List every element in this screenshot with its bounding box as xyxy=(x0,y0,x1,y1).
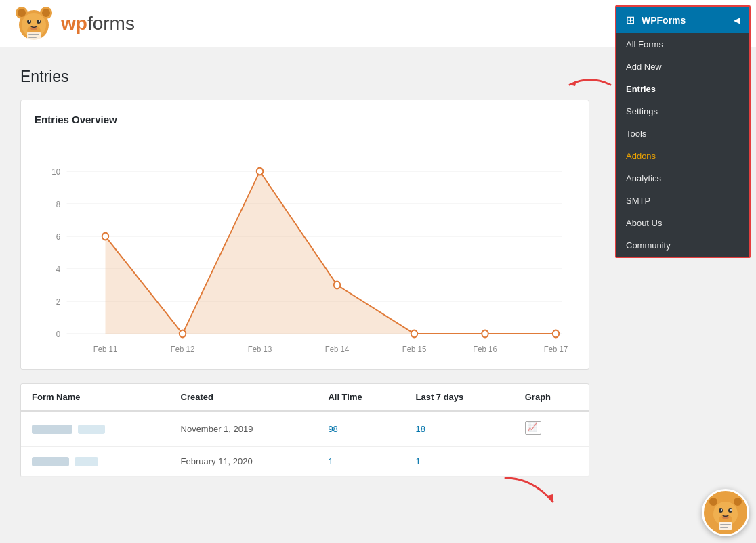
chart-container: 0 2 4 6 8 10 xyxy=(35,139,575,355)
col-form-name: Form Name xyxy=(21,384,170,411)
svg-marker-27 xyxy=(106,171,556,334)
row-0-all-time[interactable]: 98 xyxy=(317,411,404,447)
svg-marker-43 xyxy=(547,494,553,502)
bear-avatar[interactable] xyxy=(702,489,749,536)
sidebar-item-about-us[interactable]: About Us xyxy=(616,212,749,234)
svg-point-29 xyxy=(180,330,186,338)
svg-text:Feb 11: Feb 11 xyxy=(93,344,118,354)
svg-text:0: 0 xyxy=(56,330,61,340)
svg-point-7 xyxy=(27,20,31,24)
logo-bear-icon xyxy=(14,3,54,44)
table-row: November 1, 20199818 xyxy=(21,411,589,447)
row-1-all-time[interactable]: 1 xyxy=(317,447,404,477)
svg-point-33 xyxy=(482,330,488,338)
svg-point-51 xyxy=(719,508,723,513)
svg-point-54 xyxy=(730,509,732,511)
svg-point-10 xyxy=(39,20,40,22)
svg-point-34 xyxy=(553,330,560,338)
svg-point-48 xyxy=(734,498,742,506)
svg-point-9 xyxy=(29,20,30,22)
logo-text: wpforms xyxy=(61,13,135,35)
sidebar-item-settings[interactable]: Settings xyxy=(616,100,749,123)
page-title: Entries xyxy=(20,68,589,86)
logo: wpforms xyxy=(14,3,135,44)
svg-text:Feb 14: Feb 14 xyxy=(325,344,350,354)
row-0-last-7-days[interactable]: 18 xyxy=(405,411,514,447)
sidebar-item-analytics[interactable]: Analytics xyxy=(616,167,749,190)
svg-rect-13 xyxy=(28,34,39,35)
svg-point-32 xyxy=(411,330,418,338)
table-header-row: Form Name Created All Time Last 7 days G… xyxy=(21,384,589,411)
svg-point-30 xyxy=(257,168,264,175)
table-row: February 11, 202011 xyxy=(21,447,589,477)
svg-point-8 xyxy=(37,20,41,24)
svg-point-52 xyxy=(728,508,732,513)
svg-point-28 xyxy=(102,233,109,240)
row-1-created: February 11, 2020 xyxy=(170,447,318,477)
svg-text:10: 10 xyxy=(51,167,60,177)
svg-point-47 xyxy=(709,498,717,506)
svg-rect-58 xyxy=(720,527,728,528)
col-graph: Graph xyxy=(514,384,589,411)
sidebar-item-smtp[interactable]: SMTP xyxy=(616,190,749,212)
sidebar-item-addons[interactable]: Addons xyxy=(616,145,749,167)
row-0-created: November 1, 2019 xyxy=(170,411,318,447)
col-created: Created xyxy=(170,384,318,411)
sidebar-item-community[interactable]: Community xyxy=(616,234,749,257)
svg-text:Feb 13: Feb 13 xyxy=(248,344,272,354)
col-all-time: All Time xyxy=(317,384,404,411)
sidebar-header-label: WPForms xyxy=(642,15,727,26)
sidebar-item-tools[interactable]: Tools xyxy=(616,123,749,145)
svg-text:Feb 12: Feb 12 xyxy=(171,344,195,354)
sidebar-item-all-forms[interactable]: All Forms xyxy=(616,33,749,56)
svg-point-3 xyxy=(18,9,26,17)
svg-text:4: 4 xyxy=(56,265,61,275)
svg-text:Feb 15: Feb 15 xyxy=(402,344,427,354)
row-0-form-name xyxy=(21,411,170,447)
col-last-7-days: Last 7 days xyxy=(405,384,514,411)
entries-table-card: Form Name Created All Time Last 7 days G… xyxy=(20,383,589,477)
entries-table: Form Name Created All Time Last 7 days G… xyxy=(21,384,589,477)
svg-rect-56 xyxy=(719,522,732,530)
svg-rect-57 xyxy=(720,524,731,525)
sidebar-collapse-arrow: ◀ xyxy=(734,16,740,25)
svg-point-31 xyxy=(334,282,341,289)
sidebar-item-add-new[interactable]: Add New xyxy=(616,56,749,78)
row-0-graph-icon[interactable] xyxy=(525,421,541,435)
row-0-graph-cell xyxy=(514,411,589,447)
svg-point-53 xyxy=(721,509,722,511)
svg-point-4 xyxy=(42,9,50,17)
svg-text:8: 8 xyxy=(56,200,61,210)
sidebar-item-entries[interactable]: Entries xyxy=(616,78,749,100)
svg-text:Feb 17: Feb 17 xyxy=(544,344,568,354)
sidebar-menu: ⊞ WPForms ◀ All FormsAdd NewEntriesSetti… xyxy=(615,5,751,258)
svg-text:2: 2 xyxy=(56,297,61,307)
wpforms-menu-icon: ⊞ xyxy=(626,14,635,26)
entries-overview-card: Entries Overview 0 2 4 6 8 10 xyxy=(20,100,589,370)
bear-avatar-icon xyxy=(705,492,746,533)
sidebar-items-container: All FormsAdd NewEntriesSettingsToolsAddo… xyxy=(616,33,749,257)
entries-chart: 0 2 4 6 8 10 xyxy=(35,139,575,355)
main-content: Entries Entries Overview 0 2 4 6 8 xyxy=(0,47,610,491)
svg-rect-14 xyxy=(28,37,37,38)
row-1-graph-cell xyxy=(514,447,589,477)
sidebar-menu-header[interactable]: ⊞ WPForms ◀ xyxy=(616,7,749,33)
overview-title: Entries Overview xyxy=(35,114,575,125)
svg-text:6: 6 xyxy=(56,232,61,242)
row-1-last-7-days[interactable]: 1 xyxy=(405,447,514,477)
row-1-form-name xyxy=(21,447,170,477)
svg-text:Feb 16: Feb 16 xyxy=(473,344,497,354)
